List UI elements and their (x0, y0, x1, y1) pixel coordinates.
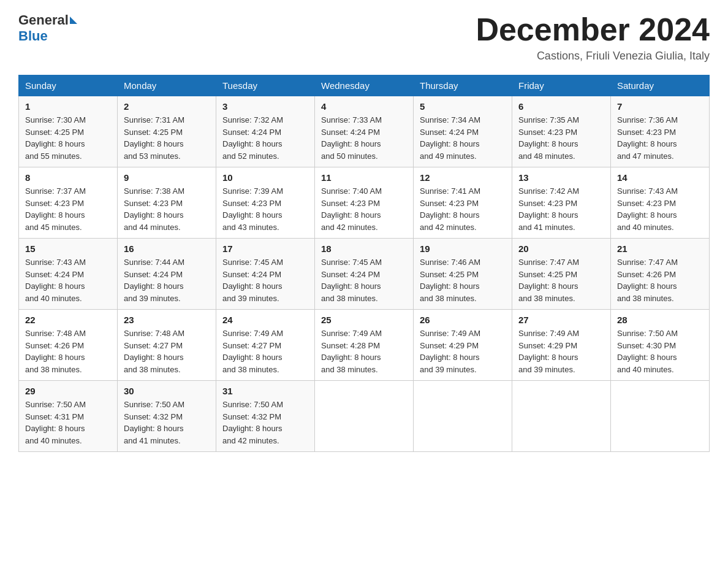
day-number: 14 (617, 172, 703, 183)
day-number: 5 (420, 101, 506, 112)
day-info: Sunrise: 7:49 AM Sunset: 4:29 PM Dayligh… (518, 327, 604, 375)
day-info: Sunrise: 7:50 AM Sunset: 4:32 PM Dayligh… (124, 399, 210, 446)
day-number: 26 (420, 315, 506, 325)
col-friday: Friday (512, 75, 611, 96)
calendar-cell: 21 Sunrise: 7:47 AM Sunset: 4:26 PM Dayl… (611, 239, 710, 310)
calendar-cell: 9 Sunrise: 7:38 AM Sunset: 4:23 PM Dayli… (118, 167, 216, 239)
day-info: Sunrise: 7:49 AM Sunset: 4:28 PM Dayligh… (321, 327, 407, 375)
calendar-cell: 20 Sunrise: 7:47 AM Sunset: 4:25 PM Dayl… (512, 239, 611, 310)
day-info: Sunrise: 7:30 AM Sunset: 4:25 PM Dayligh… (25, 114, 111, 162)
day-info: Sunrise: 7:49 AM Sunset: 4:29 PM Dayligh… (420, 327, 506, 375)
col-tuesday: Tuesday (216, 75, 315, 96)
day-info: Sunrise: 7:38 AM Sunset: 4:23 PM Dayligh… (124, 185, 210, 233)
calendar-cell: 4 Sunrise: 7:33 AM Sunset: 4:24 PM Dayli… (315, 96, 414, 167)
col-thursday: Thursday (414, 75, 512, 96)
day-number: 12 (420, 172, 506, 183)
col-wednesday: Wednesday (315, 75, 414, 96)
calendar-cell: 2 Sunrise: 7:31 AM Sunset: 4:25 PM Dayli… (118, 96, 216, 167)
day-info: Sunrise: 7:40 AM Sunset: 4:23 PM Dayligh… (321, 185, 407, 233)
calendar-cell: 29 Sunrise: 7:50 AM Sunset: 4:31 PM Dayl… (19, 381, 118, 452)
calendar-row: 1 Sunrise: 7:30 AM Sunset: 4:25 PM Dayli… (19, 96, 710, 167)
day-number: 25 (321, 315, 407, 325)
day-number: 15 (25, 243, 111, 254)
day-number: 4 (321, 101, 407, 112)
day-number: 20 (518, 243, 604, 254)
day-number: 10 (222, 172, 308, 183)
day-number: 28 (617, 315, 703, 325)
col-monday: Monday (118, 75, 216, 96)
day-number: 7 (617, 101, 703, 112)
logo-triangle-icon (70, 17, 77, 24)
day-info: Sunrise: 7:47 AM Sunset: 4:26 PM Dayligh… (617, 256, 703, 304)
day-info: Sunrise: 7:42 AM Sunset: 4:23 PM Dayligh… (518, 185, 604, 233)
day-info: Sunrise: 7:32 AM Sunset: 4:24 PM Dayligh… (222, 114, 308, 162)
day-info: Sunrise: 7:46 AM Sunset: 4:25 PM Dayligh… (420, 256, 506, 304)
calendar-row: 8 Sunrise: 7:37 AM Sunset: 4:23 PM Dayli… (19, 167, 710, 239)
day-info: Sunrise: 7:35 AM Sunset: 4:23 PM Dayligh… (518, 114, 604, 162)
day-info: Sunrise: 7:45 AM Sunset: 4:24 PM Dayligh… (321, 256, 407, 304)
day-info: Sunrise: 7:37 AM Sunset: 4:23 PM Dayligh… (25, 185, 111, 233)
day-number: 6 (518, 101, 604, 112)
calendar-cell: 13 Sunrise: 7:42 AM Sunset: 4:23 PM Dayl… (512, 167, 611, 239)
day-info: Sunrise: 7:36 AM Sunset: 4:23 PM Dayligh… (617, 114, 703, 162)
title-section: December 2024 Castions, Friuli Venezia G… (476, 12, 710, 63)
day-info: Sunrise: 7:48 AM Sunset: 4:27 PM Dayligh… (124, 327, 210, 375)
calendar-cell: 17 Sunrise: 7:45 AM Sunset: 4:24 PM Dayl… (216, 239, 315, 310)
calendar-cell (315, 381, 414, 452)
calendar-cell: 15 Sunrise: 7:43 AM Sunset: 4:24 PM Dayl… (19, 239, 118, 310)
calendar-row: 29 Sunrise: 7:50 AM Sunset: 4:31 PM Dayl… (19, 381, 710, 452)
day-number: 11 (321, 172, 407, 183)
calendar-cell: 10 Sunrise: 7:39 AM Sunset: 4:23 PM Dayl… (216, 167, 315, 239)
day-info: Sunrise: 7:33 AM Sunset: 4:24 PM Dayligh… (321, 114, 407, 162)
location-text: Castions, Friuli Venezia Giulia, Italy (476, 50, 710, 63)
day-number: 30 (124, 386, 210, 396)
calendar-cell: 22 Sunrise: 7:48 AM Sunset: 4:26 PM Dayl… (19, 310, 118, 381)
day-info: Sunrise: 7:49 AM Sunset: 4:27 PM Dayligh… (222, 327, 308, 375)
day-info: Sunrise: 7:43 AM Sunset: 4:23 PM Dayligh… (617, 185, 703, 233)
day-number: 31 (222, 386, 308, 396)
day-number: 9 (124, 172, 210, 183)
calendar-cell: 8 Sunrise: 7:37 AM Sunset: 4:23 PM Dayli… (19, 167, 118, 239)
day-info: Sunrise: 7:43 AM Sunset: 4:24 PM Dayligh… (25, 256, 111, 304)
calendar-row: 22 Sunrise: 7:48 AM Sunset: 4:26 PM Dayl… (19, 310, 710, 381)
day-number: 23 (124, 315, 210, 325)
calendar-cell: 6 Sunrise: 7:35 AM Sunset: 4:23 PM Dayli… (512, 96, 611, 167)
day-number: 19 (420, 243, 506, 254)
logo-general-text: General (18, 12, 69, 28)
col-saturday: Saturday (611, 75, 710, 96)
calendar-cell: 30 Sunrise: 7:50 AM Sunset: 4:32 PM Dayl… (118, 381, 216, 452)
day-number: 3 (222, 101, 308, 112)
calendar-cell: 31 Sunrise: 7:50 AM Sunset: 4:32 PM Dayl… (216, 381, 315, 452)
header-row: Sunday Monday Tuesday Wednesday Thursday… (19, 75, 710, 96)
day-info: Sunrise: 7:41 AM Sunset: 4:23 PM Dayligh… (420, 185, 506, 233)
day-number: 17 (222, 243, 308, 254)
calendar-cell: 27 Sunrise: 7:49 AM Sunset: 4:29 PM Dayl… (512, 310, 611, 381)
calendar-cell: 1 Sunrise: 7:30 AM Sunset: 4:25 PM Dayli… (19, 96, 118, 167)
day-number: 2 (124, 101, 210, 112)
calendar-cell: 3 Sunrise: 7:32 AM Sunset: 4:24 PM Dayli… (216, 96, 315, 167)
logo-blue-text: Blue (18, 28, 48, 44)
day-info: Sunrise: 7:45 AM Sunset: 4:24 PM Dayligh… (222, 256, 308, 304)
calendar-header: Sunday Monday Tuesday Wednesday Thursday… (19, 75, 710, 96)
day-info: Sunrise: 7:31 AM Sunset: 4:25 PM Dayligh… (124, 114, 210, 162)
calendar-row: 15 Sunrise: 7:43 AM Sunset: 4:24 PM Dayl… (19, 239, 710, 310)
calendar-cell: 16 Sunrise: 7:44 AM Sunset: 4:24 PM Dayl… (118, 239, 216, 310)
calendar-cell: 23 Sunrise: 7:48 AM Sunset: 4:27 PM Dayl… (118, 310, 216, 381)
calendar-cell: 7 Sunrise: 7:36 AM Sunset: 4:23 PM Dayli… (611, 96, 710, 167)
calendar-cell: 26 Sunrise: 7:49 AM Sunset: 4:29 PM Dayl… (414, 310, 512, 381)
page-header: General Blue December 2024 Castions, Fri… (18, 12, 710, 63)
calendar-cell: 28 Sunrise: 7:50 AM Sunset: 4:30 PM Dayl… (611, 310, 710, 381)
day-info: Sunrise: 7:39 AM Sunset: 4:23 PM Dayligh… (222, 185, 308, 233)
day-number: 1 (25, 101, 111, 112)
day-info: Sunrise: 7:50 AM Sunset: 4:31 PM Dayligh… (25, 399, 111, 446)
day-number: 21 (617, 243, 703, 254)
day-number: 29 (25, 386, 111, 396)
day-number: 22 (25, 315, 111, 325)
day-number: 27 (518, 315, 604, 325)
calendar-cell: 12 Sunrise: 7:41 AM Sunset: 4:23 PM Dayl… (414, 167, 512, 239)
day-info: Sunrise: 7:44 AM Sunset: 4:24 PM Dayligh… (124, 256, 210, 304)
day-number: 16 (124, 243, 210, 254)
day-number: 13 (518, 172, 604, 183)
calendar-cell: 14 Sunrise: 7:43 AM Sunset: 4:23 PM Dayl… (611, 167, 710, 239)
day-info: Sunrise: 7:34 AM Sunset: 4:24 PM Dayligh… (420, 114, 506, 162)
